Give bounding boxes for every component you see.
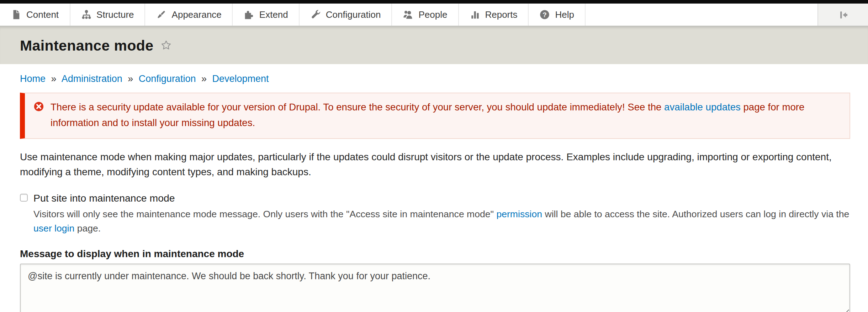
breadcrumb-separator: » (201, 73, 207, 84)
toolbar-tab-configuration[interactable]: Configuration (300, 4, 392, 26)
maintenance-mode-checkbox[interactable] (20, 194, 28, 202)
error-message-text: There is a security update available for… (51, 100, 840, 131)
toolbar-orientation-toggle-button[interactable] (817, 4, 868, 26)
breadcrumb-link-administration[interactable]: Administration (62, 73, 122, 84)
maintenance-message-textarea[interactable]: @site is currently under maintenance. We… (20, 264, 850, 312)
permission-link[interactable]: permission (496, 209, 542, 219)
toolbar-tab-label: Appearance (172, 9, 222, 20)
main-content: Home » Administration » Configuration » … (0, 73, 868, 312)
toolbar-collapse-icon (837, 9, 849, 20)
maintenance-mode-intro-text: Use maintenance mode when making major u… (20, 149, 850, 180)
admin-toolbar: Content Structure Appearan (0, 4, 868, 26)
page: Content Structure Appearan (0, 0, 868, 312)
maintenance-mode-checkbox-row: Put site into maintenance mode (20, 192, 850, 204)
breadcrumb-separator: » (128, 73, 133, 84)
top-black-strip (0, 0, 868, 4)
breadcrumb-link-home[interactable]: Home (20, 73, 46, 84)
toolbar-tab-content[interactable]: Content (0, 4, 70, 26)
error-message-box: There is a security update available for… (20, 93, 850, 139)
breadcrumb-link-development[interactable]: Development (212, 73, 269, 84)
desc-part2: will be able to access the site. Authori… (542, 209, 849, 219)
sitemap-icon (81, 9, 91, 20)
wrench-icon (310, 9, 321, 20)
favorite-shortcut-toggle[interactable] (161, 40, 171, 51)
toolbar-tab-label: Configuration (326, 9, 381, 20)
breadcrumb: Home » Administration » Configuration » … (20, 73, 850, 84)
maintenance-mode-checkbox-label[interactable]: Put site into maintenance mode (33, 192, 175, 204)
error-text-before: There is a security update available for… (51, 102, 664, 113)
message-field-label: Message to display when in maintenance m… (20, 248, 850, 259)
user-login-link[interactable]: user login (33, 223, 74, 234)
paintbrush-icon (156, 9, 167, 20)
star-icon (161, 40, 171, 51)
page-title-bar: Maintenance mode (0, 26, 868, 64)
toolbar-tab-help[interactable]: ? Help (529, 4, 586, 26)
page-title: Maintenance mode (20, 37, 154, 54)
toolbar-spacer (586, 4, 817, 26)
toolbar-tab-label: Structure (96, 9, 134, 20)
maintenance-mode-checkbox-description: Visitors will only see the maintenance m… (33, 207, 850, 236)
breadcrumb-link-configuration[interactable]: Configuration (139, 73, 196, 84)
toolbar-tab-reports[interactable]: Reports (459, 4, 529, 26)
breadcrumb-separator: » (51, 73, 57, 84)
help-icon: ? (540, 9, 550, 20)
svg-text:?: ? (543, 11, 547, 19)
desc-part1: Visitors will only see the maintenance m… (33, 209, 496, 219)
toolbar-tab-people[interactable]: People (392, 4, 459, 26)
toolbar-tab-label: Reports (485, 9, 517, 20)
toolbar-tab-label: Extend (259, 9, 288, 20)
people-icon (403, 9, 413, 20)
toolbar-tab-label: Content (26, 9, 59, 20)
toolbar-tab-appearance[interactable]: Appearance (145, 4, 233, 26)
desc-part3: page. (74, 223, 101, 234)
available-updates-link[interactable]: available updates (664, 102, 741, 113)
toolbar-tab-structure[interactable]: Structure (70, 4, 145, 26)
error-x-icon (33, 101, 44, 112)
bar-chart-icon (469, 9, 480, 20)
toolbar-tab-extend[interactable]: Extend (233, 4, 300, 26)
toolbar-tab-label: People (418, 9, 447, 20)
puzzle-icon (244, 9, 254, 20)
toolbar-tab-label: Help (555, 9, 575, 20)
file-icon (11, 9, 21, 20)
